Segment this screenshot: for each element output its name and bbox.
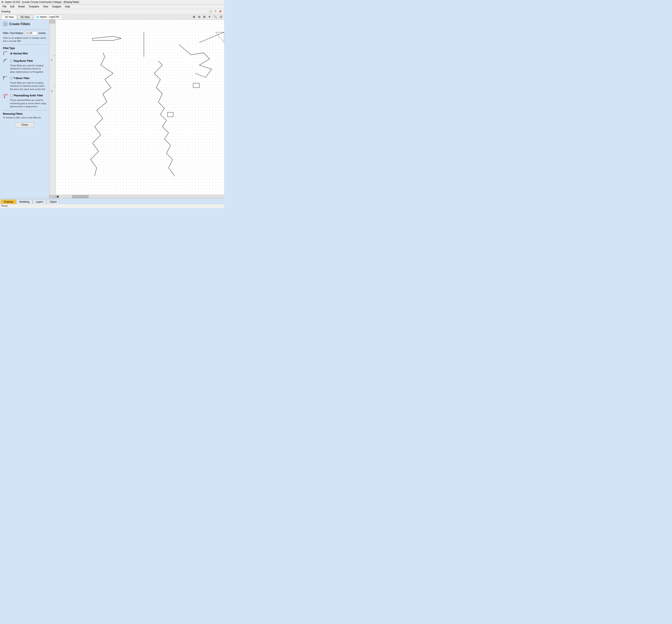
- bottom-tab-layers[interactable]: Layers: [33, 200, 46, 204]
- plasma-fillet-label: 'Plasma/Drag Knife' Fillet: [14, 94, 43, 97]
- menu-bar: File Edit Model Toolpaths View Gadgets H…: [0, 4, 224, 9]
- removing-desc: To remove a fillet, click on the fillet …: [3, 116, 46, 119]
- plasma-radio-row: 'Plasma/Drag Knife' Fillet: [10, 94, 43, 97]
- fillet-option-plasma: 'Plasma/Drag Knife' Fillet These externa…: [3, 93, 46, 108]
- menu-model[interactable]: Model: [17, 5, 27, 8]
- scroll-left-btn[interactable]: ◀: [56, 195, 59, 198]
- svg-rect-17: [168, 112, 173, 117]
- menu-toolpaths[interactable]: Toolpaths: [27, 5, 41, 8]
- menu-file[interactable]: File: [1, 5, 8, 8]
- left-panel: < Create Fillets Fillet / Tool Radius: i…: [0, 20, 49, 198]
- fit-to-window-btn[interactable]: ⊞: [192, 15, 196, 19]
- menu-help[interactable]: Help: [63, 5, 72, 8]
- tbone-radio-row: 'T-Bone' Fillet: [10, 77, 29, 80]
- fillet-type-header: Fillet Type: [3, 47, 46, 50]
- normal-radio-row: Normal fillet: [10, 52, 28, 55]
- fillets-panel: < Create Fillets Fillet / Tool Radius: i…: [0, 20, 49, 198]
- normal-fillet-icon: [3, 51, 8, 56]
- fillet-option-normal-row: Normal fillet: [3, 51, 46, 56]
- fillet-option-plasma-row: 'Plasma/Drag Knife' Fillet: [3, 93, 46, 98]
- radio-dogbone[interactable]: [10, 59, 12, 62]
- title-icon: ⚙: [1, 1, 3, 3]
- title-bar: ⚙ Aspire 10.019 - {Lorain County Communi…: [0, 0, 224, 4]
- close-button[interactable]: Close: [15, 122, 34, 127]
- canvas-svg: [56, 20, 224, 195]
- grid-btn[interactable]: ⊞: [202, 15, 207, 19]
- radio-tbone[interactable]: [10, 77, 12, 79]
- title-text: Aspire 10.019 - {Lorain County Community…: [5, 1, 79, 3]
- tbone-description: These fillets are used for creating clea…: [10, 81, 46, 91]
- toolbar-row: Drawing 📋 ? 📌: [0, 9, 224, 14]
- pan-btn[interactable]: ⊡: [219, 15, 223, 19]
- canvas-toolbar-icons: ⊞ ⊟ ⊞ ✛ 🔍 ⊡: [192, 15, 223, 19]
- fillet-option-dogbone: 'Dog-Bone' Fillet These fillets are used…: [3, 58, 46, 74]
- panel-header: < Create Fillets: [3, 22, 46, 26]
- radio-plasma[interactable]: [10, 94, 12, 97]
- view-tabs: 2D View 3D View: [1, 14, 33, 19]
- radius-input[interactable]: [25, 31, 37, 35]
- fillet-option-tbone-row: 'T-Bone' Fillet: [3, 76, 46, 81]
- plasma-description: These external fillets are used for mach…: [10, 99, 46, 108]
- canvas-area[interactable]: 0 10 20 70 60: [49, 20, 224, 198]
- radio-normal[interactable]: [10, 52, 12, 55]
- svg-line-18: [199, 32, 224, 43]
- dogbone-description: These fillets are used for creating clea…: [10, 64, 46, 74]
- back-button[interactable]: <: [3, 22, 8, 26]
- fillet-option-tbone: 'T-Bone' Fillet These fillets are used f…: [3, 76, 46, 91]
- radius-unit: inches: [38, 32, 46, 34]
- bottom-tab-clipart[interactable]: Clipart: [47, 200, 60, 204]
- plasma-fillet-icon: [3, 93, 8, 98]
- toolbar-icons: 📋 ? 📌: [208, 9, 223, 14]
- tbone-fillet-icon: [3, 76, 8, 81]
- zoom-btn[interactable]: 🔍: [213, 15, 218, 19]
- tab-3d-view[interactable]: 3D View: [17, 15, 32, 19]
- tbone-fillet-label: 'T-Bone' Fillet: [14, 77, 29, 80]
- removing-header: Removing Fillets: [3, 112, 46, 115]
- svg-text:70: 70: [51, 59, 53, 61]
- content-area: < Create Fillets Fillet / Tool Radius: i…: [0, 20, 224, 198]
- bottom-tab-drawing[interactable]: Drawing: [1, 200, 16, 204]
- scrollbar-thumb[interactable]: [72, 195, 88, 198]
- bottom-tab-modeling[interactable]: Modeling: [16, 200, 32, 204]
- toolbar-icon-pin[interactable]: 📌: [218, 9, 223, 14]
- zoom-extents-btn[interactable]: ⊟: [197, 15, 201, 19]
- svg-rect-16: [193, 83, 199, 88]
- hint-text: Click on an angled corner to change corn…: [3, 36, 46, 43]
- tab-2d-view[interactable]: 2D View: [2, 15, 17, 19]
- status-text: Ready: [1, 205, 8, 207]
- toolbar-icon-1[interactable]: 📋: [208, 9, 213, 14]
- compass-btn[interactable]: ✛: [207, 15, 212, 19]
- radius-label: Fillet / Tool Radius:: [3, 32, 24, 34]
- toolbar-icon-help[interactable]: ?: [214, 9, 217, 14]
- radius-row: Fillet / Tool Radius: inches: [3, 31, 46, 35]
- fillet-option-normal: Normal fillet: [3, 51, 46, 56]
- top-bar: 2D View 3D View 🌐 Import - LegsCNC ⊞ ⊟ ⊞…: [0, 14, 224, 20]
- import-tab-label: Import - LegsCNC: [40, 16, 60, 18]
- menu-gadgets[interactable]: Gadgets: [50, 5, 63, 8]
- dogbone-radio-row: 'Dog-Bone' Fillet: [10, 59, 33, 62]
- toolbar-label: Drawing: [1, 10, 10, 13]
- svg-point-2: [4, 97, 5, 98]
- dogbone-fillet-icon: [3, 58, 8, 63]
- bottom-tab-strip: Drawing Modeling Layers Clipart: [0, 198, 224, 204]
- status-bar: Ready: [0, 204, 224, 208]
- dogbone-fillet-label: 'Dog-Bone' Fillet: [14, 59, 33, 62]
- ruler-left: 70 60: [49, 24, 56, 195]
- menu-edit[interactable]: Edit: [8, 5, 16, 8]
- svg-text:60: 60: [51, 90, 53, 92]
- fillet-option-dogbone-row: 'Dog-Bone' Fillet: [3, 58, 46, 63]
- menu-view[interactable]: View: [41, 5, 50, 8]
- normal-fillet-label: Normal fillet: [14, 52, 28, 55]
- panel-title: Create Fillets: [9, 22, 30, 26]
- canvas-white: [56, 20, 224, 195]
- divider-3: [3, 110, 46, 110]
- scrollbar-bottom[interactable]: [56, 195, 224, 198]
- import-tab[interactable]: 🌐 Import - LegsCNC: [34, 15, 62, 19]
